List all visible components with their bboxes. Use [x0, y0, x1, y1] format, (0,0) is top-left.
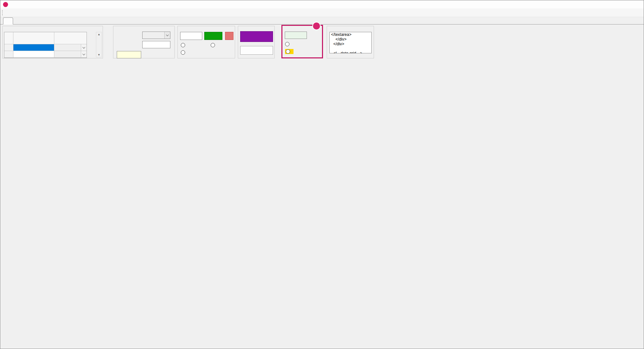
toolbar: ▲ ▼	[0, 24, 644, 61]
close-icon[interactable]	[629, 0, 644, 8]
radio-icon[interactable]	[181, 43, 185, 47]
radio-sonuna[interactable]	[211, 43, 217, 47]
title-bar	[0, 0, 644, 8]
template-tab-strip	[0, 17, 644, 24]
yeni-belge-turu-dropdown[interactable]	[54, 51, 87, 58]
current-row-marker	[4, 44, 13, 51]
scroll-up-icon[interactable]: ▲	[98, 33, 100, 36]
group-fis-bilgileri	[113, 26, 175, 58]
app-icon	[3, 2, 8, 7]
toolbar-grip	[2, 10, 4, 15]
aciklama-satir-input[interactable]	[285, 32, 307, 39]
aciklama-fis-textarea[interactable]: </text‍area> </div> </div> <!-- data gri…	[329, 32, 372, 53]
cari-kod-kopyala-button[interactable]	[240, 46, 273, 55]
chevron-down-icon[interactable]	[81, 51, 87, 57]
hesap-planimdan-guncelle-button[interactable]	[240, 31, 273, 42]
radio-icon[interactable]	[211, 43, 215, 47]
radio-icon[interactable]	[181, 50, 185, 55]
group-cari-kod-islemleri	[238, 26, 275, 58]
maximize-icon[interactable]	[613, 0, 629, 8]
group-toplu-cari-hesap	[177, 26, 235, 58]
radio-icon[interactable]	[285, 42, 289, 46]
menu-bar	[0, 8, 644, 17]
mini-grid-scrollbar[interactable]: ▲ ▼	[96, 32, 102, 57]
yeni-belge-turu-dropdown[interactable]	[54, 44, 87, 51]
scroll-down-icon[interactable]: ▼	[98, 53, 100, 56]
window-controls	[598, 0, 644, 8]
cari-hesap-kodu-input[interactable]	[180, 32, 202, 40]
radio-onune[interactable]	[181, 43, 187, 47]
radio-onune[interactable]	[285, 42, 291, 46]
fis-tipi-combobox[interactable]	[142, 32, 170, 39]
fis-no-input[interactable]	[142, 41, 170, 48]
group-fatura-turu-eslestirme: ▲ ▼	[2, 26, 103, 58]
group-aciklama-fis: </text‍area> </div> </div> <!-- data gri…	[327, 26, 374, 58]
step-badge	[313, 22, 320, 30]
radio-icon[interactable]	[286, 49, 290, 54]
row-header	[4, 51, 13, 58]
fatura-turu-grid	[4, 32, 87, 58]
column-header-yeni-belge-turu	[54, 32, 87, 44]
minimize-icon[interactable]	[598, 0, 613, 8]
tab-satis-coklu-kdv[interactable]	[3, 17, 13, 24]
radio-uzerine[interactable]	[181, 50, 187, 55]
column-header-dosyadaki-belge-turu	[13, 32, 54, 44]
radio-sonuna[interactable]	[285, 49, 293, 54]
chevron-down-icon[interactable]	[164, 32, 170, 39]
sil-button[interactable]	[225, 32, 233, 40]
app-window: ▲ ▼	[0, 0, 644, 349]
cell-e-fatura[interactable]	[13, 44, 54, 51]
guncelle-button[interactable]	[204, 32, 222, 40]
evrak-sira-no-input[interactable]	[117, 51, 141, 58]
grid-corner	[4, 32, 13, 44]
chevron-down-icon[interactable]	[81, 44, 87, 51]
group-aciklama-satir	[281, 25, 323, 58]
cell-e-arsiv-fatura[interactable]	[13, 51, 54, 58]
